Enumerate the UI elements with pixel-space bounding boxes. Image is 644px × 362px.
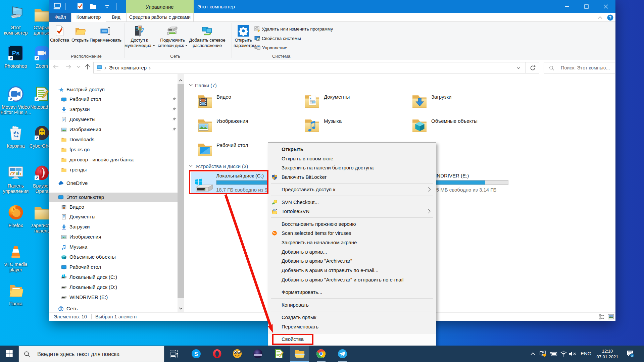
svg-text:Ps: Ps	[12, 50, 19, 57]
svg-text:?: ?	[609, 15, 612, 20]
svg-text:3: 3	[631, 354, 633, 358]
svg-text:S: S	[194, 351, 198, 357]
